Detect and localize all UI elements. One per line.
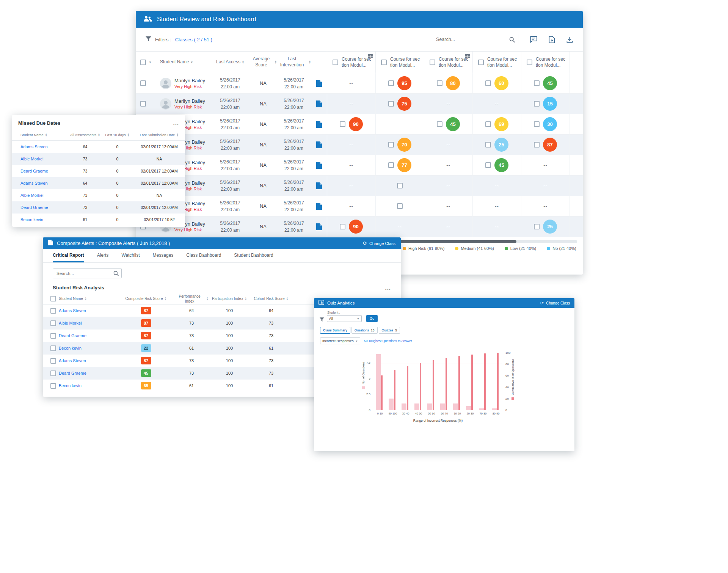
sort-icon[interactable] — [245, 297, 247, 301]
filter-icon[interactable] — [320, 316, 324, 323]
change-class-button[interactable]: Change Class — [363, 241, 395, 246]
sort-icon[interactable] — [164, 297, 166, 301]
student-name-link[interactable]: Deard Graeme — [59, 333, 86, 338]
course-cell-checkbox[interactable] — [485, 121, 491, 127]
change-class-button[interactable]: Change Class — [540, 301, 570, 306]
student-name[interactable]: Marilyn Bailey — [174, 98, 205, 104]
student-name-link[interactable]: Albie Morkel — [59, 321, 82, 325]
average-score-header[interactable]: Average Score — [249, 56, 273, 68]
course-cell-checkbox[interactable] — [534, 121, 540, 127]
student-name-link[interactable]: Adams Steven — [20, 144, 48, 149]
score-circle[interactable]: 45 — [494, 158, 508, 172]
score-circle[interactable]: 45 — [446, 117, 460, 131]
student-name-link[interactable]: Deard Graeme — [20, 205, 48, 210]
course-select-checkbox[interactable] — [333, 60, 338, 65]
course-cell-checkbox[interactable] — [437, 80, 442, 86]
student-name-link[interactable]: Deard Graeme — [59, 371, 86, 375]
student-select[interactable]: All — [327, 315, 362, 322]
search-input[interactable] — [432, 34, 518, 45]
sort-icon[interactable] — [242, 60, 244, 64]
course-select-checkbox[interactable] — [381, 60, 387, 65]
note-icon[interactable] — [316, 141, 322, 148]
course-cell-checkbox[interactable] — [534, 142, 540, 148]
score-circle[interactable]: 75 — [397, 97, 411, 111]
student-name-link[interactable]: Becon kevin — [59, 383, 82, 388]
sort-icon[interactable] — [85, 297, 87, 301]
response-type-select[interactable]: Incorrect Responses — [320, 338, 360, 344]
quiz-tab-class-summary[interactable]: Class Summary — [320, 327, 350, 334]
download-icon[interactable] — [566, 36, 573, 43]
student-name-link[interactable]: Albie Morkel — [20, 157, 44, 161]
course-select-checkbox[interactable] — [430, 60, 435, 65]
course-cell-checkbox[interactable] — [388, 80, 394, 86]
sort-icon[interactable] — [286, 297, 289, 301]
filter-icon[interactable] — [146, 36, 151, 43]
missed-column-header[interactable]: Last Submission Date — [133, 133, 185, 137]
tab-watchlist[interactable]: Watchlist — [121, 249, 140, 262]
note-icon[interactable] — [316, 121, 322, 128]
go-button[interactable]: Go — [366, 315, 378, 322]
last-access-header[interactable]: Last Access — [216, 59, 240, 65]
composite-column-header[interactable]: Performance Index — [174, 294, 209, 304]
score-circle[interactable]: 90 — [349, 220, 363, 234]
note-icon[interactable] — [316, 182, 322, 189]
card-view-icon[interactable] — [465, 53, 470, 59]
row-checkbox[interactable] — [140, 80, 146, 86]
select-all-checkbox[interactable] — [50, 296, 56, 301]
missed-column-header[interactable]: Student Name — [12, 133, 69, 137]
note-icon[interactable] — [316, 80, 322, 87]
score-circle[interactable]: 87 — [543, 138, 557, 152]
missed-column-header[interactable]: Last 10 days — [101, 133, 133, 137]
score-circle[interactable]: 15 — [543, 97, 557, 111]
student-name[interactable]: Marilyn Bailey — [174, 78, 205, 83]
search-input[interactable] — [53, 268, 121, 278]
row-checkbox[interactable] — [50, 333, 56, 339]
course-cell-checkbox[interactable] — [388, 101, 394, 107]
last-intervention-header[interactable]: Last Intervention — [277, 56, 307, 68]
score-circle[interactable]: 69 — [494, 117, 508, 131]
quiz-tab-quizzes[interactable]: Quizzes5 — [379, 327, 400, 334]
export-file-icon[interactable] — [549, 36, 555, 43]
course-select-checkbox[interactable] — [527, 60, 532, 65]
score-circle[interactable]: 95 — [397, 76, 411, 90]
tab-student-dashboard[interactable]: Student Dashboard — [234, 249, 273, 262]
tab-alerts[interactable]: Alerts — [97, 249, 109, 262]
missed-column-header[interactable]: All Assessments — [69, 133, 101, 137]
composite-column-header[interactable]: Student Name — [58, 296, 118, 301]
row-checkbox[interactable] — [50, 383, 56, 389]
classes-filter-link[interactable]: Classes ( 2 / 51 ) — [175, 37, 212, 42]
composite-column-header[interactable]: Composite Risk Score — [118, 296, 174, 301]
tab-class-dashboard[interactable]: Class Dashboard — [186, 249, 221, 262]
row-checkbox[interactable] — [50, 320, 56, 326]
toughest-questions-link[interactable]: 50 Toughest Questions to Answer — [364, 339, 412, 343]
course-cell-checkbox[interactable] — [340, 224, 345, 229]
course-cell-checkbox[interactable] — [437, 121, 442, 127]
student-name-link[interactable]: Becon kevin — [59, 346, 82, 350]
student-name-caret[interactable] — [190, 59, 193, 65]
sort-icon[interactable] — [176, 133, 179, 137]
score-circle[interactable]: 30 — [543, 117, 557, 131]
score-circle[interactable]: 77 — [397, 158, 411, 172]
student-name-link[interactable]: Albie Morkel — [20, 193, 44, 198]
score-circle[interactable]: 25 — [543, 220, 557, 234]
row-checkbox[interactable] — [50, 370, 56, 376]
course-cell-checkbox[interactable] — [485, 142, 491, 148]
score-circle[interactable]: 70 — [397, 138, 411, 152]
row-checkbox[interactable] — [50, 345, 56, 351]
row-checkbox[interactable] — [50, 308, 56, 314]
course-cell-checkbox[interactable] — [340, 121, 345, 127]
card-view-icon[interactable] — [368, 53, 373, 59]
quiz-tab-questions[interactable]: Questions15 — [351, 327, 378, 334]
course-cell-checkbox[interactable] — [397, 203, 403, 209]
course-cell-checkbox[interactable] — [388, 162, 394, 168]
student-name-link[interactable]: Adams Steven — [59, 308, 86, 313]
row-checkbox[interactable] — [140, 101, 146, 107]
composite-column-header[interactable]: Cohort Risk Score — [250, 296, 292, 301]
sort-icon[interactable] — [45, 133, 47, 137]
score-circle[interactable]: 25 — [494, 138, 508, 152]
course-cell-checkbox[interactable] — [485, 162, 491, 168]
student-name-header[interactable]: Student Name — [160, 59, 189, 65]
note-icon[interactable] — [316, 100, 322, 107]
score-circle[interactable]: 90 — [349, 117, 363, 131]
student-name-link[interactable]: Becon kevin — [20, 217, 43, 222]
